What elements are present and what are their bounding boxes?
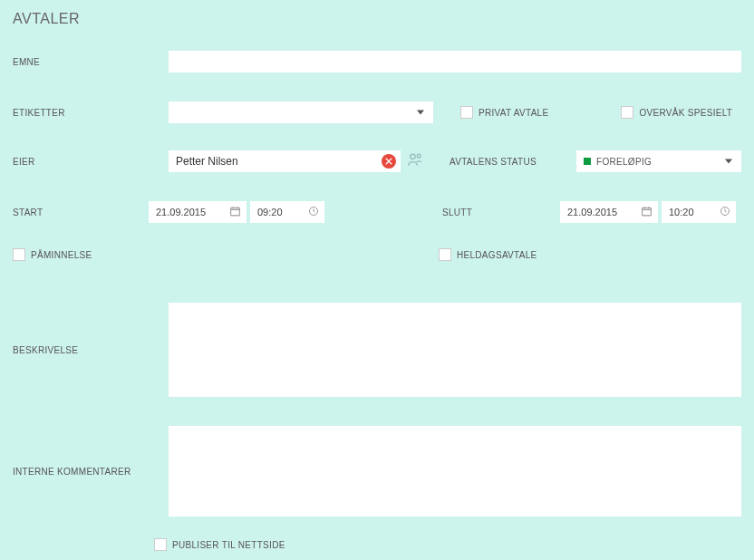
page-title: AVTALER <box>13 11 741 27</box>
etiketter-dropdown[interactable] <box>169 101 433 123</box>
person-icon[interactable] <box>406 151 424 171</box>
start-date-value: 21.09.2015 <box>156 207 206 217</box>
svg-point-0 <box>411 154 415 159</box>
start-date-input[interactable]: 21.09.2015 <box>149 201 246 223</box>
label-etiketter: ETIKETTER <box>13 108 169 118</box>
clear-owner-button[interactable] <box>382 154 396 169</box>
privat-label: PRIVAT AVTALE <box>478 108 548 118</box>
slutt-time-value: 10:20 <box>669 207 694 217</box>
slutt-time-input[interactable]: 10:20 <box>662 201 736 223</box>
svg-point-1 <box>417 154 420 158</box>
label-slutt: SLUTT <box>442 208 560 217</box>
chevron-down-icon <box>417 111 424 115</box>
calendar-icon <box>229 206 241 219</box>
close-icon <box>385 158 392 165</box>
status-dropdown[interactable]: FORELØPIG <box>576 150 741 172</box>
status-value: FORELØPIG <box>596 157 652 167</box>
privat-checkbox[interactable] <box>460 106 473 119</box>
label-interne: INTERNE KOMMENTARER <box>13 467 169 477</box>
start-time-value: 09:20 <box>257 207 283 217</box>
overvak-label: OVERVÅK SPESIELT <box>639 108 732 118</box>
publiser-label: PUBLISER TIL NETTSIDE <box>172 540 285 550</box>
clock-icon <box>720 206 730 218</box>
label-beskrivelse: BESKRIVELSE <box>13 345 169 355</box>
label-emne: EMNE <box>13 57 169 67</box>
beskrivelse-textarea[interactable] <box>169 303 741 397</box>
slutt-date-input[interactable]: 21.09.2015 <box>560 201 658 223</box>
calendar-icon <box>641 206 652 219</box>
label-start: START <box>13 208 149 217</box>
heldags-label: HELDAGSAVTALE <box>457 250 537 260</box>
heldags-checkbox[interactable] <box>439 248 451 261</box>
interne-textarea[interactable] <box>169 426 741 517</box>
start-time-input[interactable]: 09:20 <box>250 201 324 223</box>
publiser-checkbox[interactable] <box>154 538 167 551</box>
paminnelse-checkbox[interactable] <box>13 248 25 261</box>
svg-rect-2 <box>231 208 240 216</box>
label-eier: EIER <box>13 157 169 167</box>
paminnelse-label: PÅMINNELSE <box>31 250 92 260</box>
status-color-dot <box>584 158 591 165</box>
emne-input[interactable] <box>169 51 741 72</box>
eier-input[interactable] <box>169 150 401 172</box>
slutt-date-value: 21.09.2015 <box>567 207 617 217</box>
chevron-down-icon <box>725 159 732 164</box>
label-status: AVTALENS STATUS <box>450 157 576 167</box>
overvak-checkbox[interactable] <box>621 106 633 119</box>
clock-icon <box>308 206 319 218</box>
svg-rect-4 <box>643 208 652 216</box>
